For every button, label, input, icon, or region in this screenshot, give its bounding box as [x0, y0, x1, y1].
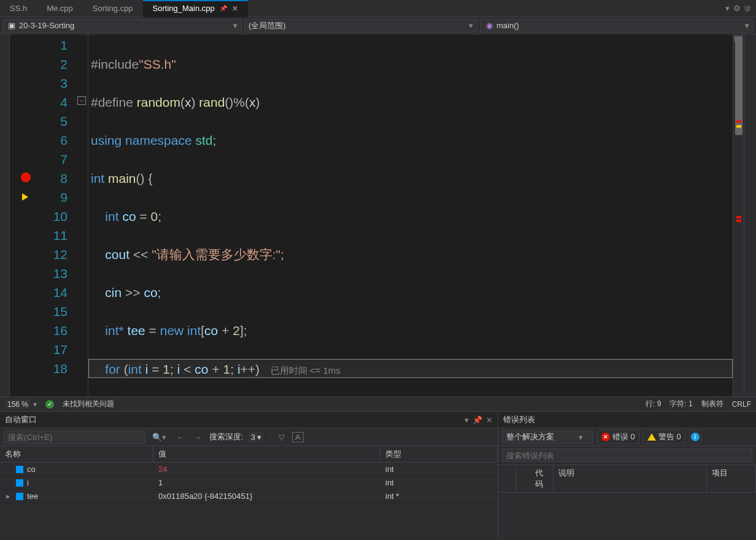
pin-icon[interactable]: 📌	[220, 5, 227, 12]
code-content[interactable]: #include"SS.h" #define random(x) rand()%…	[88, 34, 733, 396]
tab-sorting-main-cpp[interactable]: Sorting_Main.cpp 📌 ✕	[143, 0, 248, 17]
watch-row[interactable]: i 1 int	[0, 476, 498, 490]
warnings-filter-button[interactable]: 警告 0	[643, 430, 685, 444]
diagnostics-icon[interactable]: 诊	[744, 4, 751, 13]
tab-dropdown-icon[interactable]: ▾	[725, 4, 730, 13]
error-list-panel: 错误列表 整个解决方案 ▾ ✕错误 0 警告 0 i 代码 说明 项目	[498, 412, 756, 540]
right-toolstrip	[744, 34, 756, 396]
error-scope-selector[interactable]: 整个解决方案 ▾	[502, 430, 593, 444]
warning-icon	[647, 433, 656, 441]
left-margin	[0, 34, 10, 396]
search-depth-label: 搜索深度:	[209, 431, 244, 442]
info-icon: i	[691, 433, 700, 441]
eol-mode[interactable]: CRLF	[732, 400, 751, 409]
indent-mode[interactable]: 制表符	[701, 399, 723, 409]
breakpoint-marker[interactable]	[21, 172, 31, 182]
check-icon: ✓	[45, 400, 54, 409]
tab-ss-h[interactable]: SS.h	[0, 0, 37, 17]
col-code[interactable]: 代码	[517, 465, 554, 492]
zoom-selector[interactable]: 156 %▾	[5, 399, 37, 409]
autos-panel: 自动窗口 ▾ 📌 ✕ 🔍▾ ← → 搜索深度: 3 ▾ | ▽ A 名称 值 类…	[0, 412, 498, 540]
fold-gutter: −	[76, 34, 88, 396]
col-name[interactable]: 名称	[0, 446, 153, 462]
errors-filter-button[interactable]: ✕错误 0	[597, 430, 639, 444]
bottom-panels: 自动窗口 ▾ 📌 ✕ 🔍▾ ← → 搜索深度: 3 ▾ | ▽ A 名称 值 类…	[0, 411, 756, 540]
expand-icon[interactable]: ▸	[6, 492, 12, 501]
autos-title-bar[interactable]: 自动窗口 ▾ 📌 ✕	[0, 412, 498, 428]
filter-icon[interactable]: ▽	[276, 431, 287, 443]
pin-panel-icon[interactable]: 📌	[472, 415, 482, 425]
error-table-header: 代码 说明 项目	[498, 465, 756, 493]
close-tab-icon[interactable]: ✕	[232, 4, 238, 13]
navigation-bar: ▣ 20-3-19-Sorting▾ (全局范围)▾ ◉ main()▾	[0, 17, 756, 34]
col-type[interactable]: 类型	[380, 446, 498, 462]
error-search-input[interactable]	[502, 449, 752, 462]
watch-row[interactable]: ▸tee 0x01185a20 {-842150451} int *	[0, 490, 498, 503]
error-marker-ruler	[736, 216, 741, 218]
code-editor[interactable]: 123 456 789 101112 131415 161718 − #incl…	[0, 34, 756, 396]
issues-status: 未找到相关问题	[63, 399, 114, 409]
close-panel-icon[interactable]: ✕	[486, 415, 493, 425]
fold-toggle-icon[interactable]: −	[77, 96, 86, 105]
project-selector[interactable]: ▣ 20-3-19-Sorting▾	[2, 19, 242, 33]
col-value[interactable]: 值	[153, 446, 380, 462]
error-marker-ruler-2	[736, 220, 741, 222]
watch-row[interactable]: co 24 int	[0, 463, 498, 476]
nav-forward-icon[interactable]: →	[191, 431, 204, 443]
search-icon[interactable]: 🔍▾	[150, 431, 169, 443]
variable-icon	[16, 466, 23, 473]
perf-hint[interactable]: 已用时间 <= 1ms	[271, 365, 341, 376]
col-desc[interactable]: 说明	[554, 465, 707, 492]
cursor-line: 行: 9	[646, 399, 661, 409]
error-list-title-bar[interactable]: 错误列表	[498, 412, 756, 428]
tab-sorting-cpp[interactable]: Sorting.cpp	[83, 0, 143, 17]
project-icon: ▣	[7, 21, 17, 31]
variable-icon	[16, 479, 23, 487]
execution-pointer-icon	[22, 193, 28, 201]
panel-dropdown-icon[interactable]: ▾	[465, 415, 469, 425]
cursor-col: 字符: 1	[669, 399, 692, 409]
breakpoint-marker-ruler	[736, 120, 741, 123]
error-icon: ✕	[601, 433, 610, 441]
tab-me-cpp[interactable]: Me.cpp	[37, 0, 83, 17]
variable-icon	[16, 493, 23, 500]
search-depth-selector[interactable]: 3 ▾	[249, 432, 264, 442]
error-toolbar: 整个解决方案 ▾ ✕错误 0 警告 0 i	[498, 428, 756, 446]
breakpoint-gutter[interactable]	[10, 34, 39, 396]
text-view-icon[interactable]: A	[292, 432, 304, 442]
exec-marker-ruler	[736, 125, 741, 128]
editor-status-bar: 156 %▾ ✓ 未找到相关问题 行: 9 字符: 1 制表符 CRLF	[0, 396, 756, 411]
line-numbers: 123 456 789 101112 131415 161718	[39, 34, 76, 396]
autos-search-input[interactable]	[4, 430, 145, 444]
symbol-selector[interactable]: ◉ main()▾	[480, 19, 754, 33]
col-project[interactable]: 项目	[707, 465, 756, 492]
autos-toolbar: 🔍▾ ← → 搜索深度: 3 ▾ | ▽ A	[0, 428, 498, 446]
method-icon: ◉	[484, 21, 494, 31]
overview-ruler[interactable]	[733, 34, 744, 396]
nav-back-icon[interactable]: ←	[174, 431, 187, 443]
messages-filter-button[interactable]: i	[689, 430, 701, 444]
scope-selector[interactable]: (全局范围)▾	[244, 19, 477, 33]
settings-gear-icon[interactable]: ⚙	[733, 4, 741, 13]
document-tabs: SS.h Me.cpp Sorting.cpp Sorting_Main.cpp…	[0, 0, 756, 17]
autos-table: 名称 值 类型 co 24 int i 1 int ▸tee 0x01185a2…	[0, 446, 498, 540]
autos-header: 名称 值 类型	[0, 446, 498, 463]
